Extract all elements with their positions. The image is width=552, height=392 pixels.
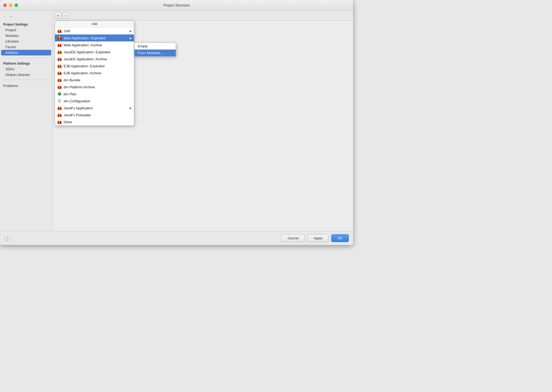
svg-rect-48: [59, 107, 60, 110]
submenu-item-empty[interactable]: Empty: [134, 43, 176, 50]
doc-icon: [57, 99, 62, 103]
window-controls: [3, 4, 18, 7]
titlebar: Project Structure: [0, 0, 353, 11]
project-settings-header: Project Settings: [0, 21, 52, 27]
nav-forward-button[interactable]: →: [9, 14, 13, 19]
svg-rect-34: [59, 86, 60, 89]
menu-item-ejb-exploded-label: EJB Application: Exploded: [64, 64, 105, 68]
sidebar-item-facets[interactable]: Facets: [0, 44, 52, 50]
svg-rect-56: [59, 121, 60, 124]
globe-icon: [57, 92, 62, 96]
gift-icon: [57, 78, 62, 82]
svg-rect-41: [58, 99, 61, 103]
main-layout: ← → Project Settings Project Modules Lib…: [0, 11, 353, 231]
menu-item-javafx-preloader-label: JavaFx Preloader: [64, 113, 91, 117]
window-title: Project Structure: [164, 3, 190, 7]
add-menu: Add JAR ▶: [55, 20, 134, 126]
menu-item-dm-plan-label: dm Plan: [64, 92, 77, 96]
menu-item-dm-platform-label: dm Platform Archive: [64, 85, 95, 89]
menu-item-other-label: Other: [64, 120, 73, 124]
submenu-item-from-modules[interactable]: From Modules...: [134, 50, 176, 56]
sidebar-item-libraries[interactable]: Libraries: [0, 38, 52, 44]
gift-icon: [57, 64, 62, 68]
arrow-icon: ▶: [130, 37, 132, 40]
sidebar-item-problems[interactable]: Problems: [0, 82, 52, 89]
menu-item-dm-configuration[interactable]: dm Configuration: [55, 97, 134, 104]
sidebar-divider: [3, 58, 50, 58]
menu-item-ejb-archive-label: EJB Application: Archive: [64, 71, 101, 75]
add-artifact-button[interactable]: +: [55, 12, 61, 19]
sidebar-item-sdks[interactable]: SDKs: [0, 66, 52, 72]
sidebar-item-global-libraries[interactable]: Global Libraries: [0, 72, 52, 78]
sidebar-item-artifacts[interactable]: Artifacts: [1, 50, 51, 55]
arrow-icon: ▶: [130, 30, 132, 33]
sidebar: ← → Project Settings Project Modules Lib…: [0, 11, 53, 231]
maximize-button[interactable]: [15, 4, 18, 7]
sidebar-item-modules[interactable]: Modules: [0, 33, 52, 38]
menu-item-javaee-exploded-label: JavaEE Application: Exploded: [64, 50, 110, 54]
svg-rect-22: [59, 65, 60, 68]
menu-item-dm-bundle-label: dm Bundle: [64, 78, 80, 82]
content-area: + − Add JAR ▶: [53, 11, 353, 231]
svg-rect-18: [59, 58, 60, 61]
menu-item-ejb-exploded[interactable]: EJB Application: Exploded: [55, 62, 134, 69]
close-button[interactable]: [3, 4, 7, 7]
gift-icon: [57, 29, 62, 33]
menu-item-web-app-archive[interactable]: Web Application: Archive: [55, 41, 134, 48]
remove-artifact-button[interactable]: −: [62, 12, 69, 19]
svg-rect-10: [59, 44, 60, 47]
svg-rect-2: [59, 30, 60, 33]
gift-icon: [57, 50, 62, 54]
sidebar-item-project[interactable]: Project: [0, 27, 52, 33]
svg-rect-30: [59, 79, 60, 82]
gift-icon: [57, 85, 62, 89]
svg-rect-52: [59, 114, 60, 117]
gift-icon: [57, 71, 62, 75]
svg-rect-6: [59, 37, 60, 40]
menu-item-web-archive-label: Web Application: Archive: [64, 43, 102, 47]
menu-item-dm-config-label: dm Configuration: [64, 99, 90, 103]
menu-item-javaee-archive[interactable]: JavaEE Application: Archive: [55, 55, 134, 62]
apply-button[interactable]: Apply: [308, 234, 329, 242]
svg-rect-14: [59, 51, 60, 54]
gift-icon: [57, 113, 62, 117]
gift-icon: [57, 106, 62, 110]
help-button[interactable]: ?: [4, 235, 10, 241]
cancel-button[interactable]: Cancel: [281, 234, 305, 242]
menu-item-other[interactable]: Other: [55, 118, 134, 125]
menu-item-web-app-exploded[interactable]: Web Application: Exploded ▶: [55, 34, 134, 41]
menu-item-javaee-archive-label: JavaEE Application: Archive: [64, 57, 107, 61]
arrow-icon: ▶: [130, 107, 132, 110]
nav-back-button[interactable]: ←: [3, 14, 7, 19]
minimize-button[interactable]: [9, 4, 12, 7]
menu-item-javafx-app-label: JavaFx Application: [64, 106, 93, 110]
add-menu-header: Add: [55, 21, 134, 27]
toolbar: + −: [53, 11, 353, 20]
sidebar-divider-2: [3, 80, 50, 80]
gift-icon: [57, 36, 62, 40]
gift-icon: [57, 57, 62, 61]
menu-item-dm-plan[interactable]: dm Plan: [55, 90, 134, 97]
nav-back-forward: ← →: [0, 13, 52, 21]
svg-rect-26: [59, 72, 60, 75]
menu-item-javafx-app[interactable]: JavaFx Application ▶: [55, 104, 134, 111]
menu-item-jar-label: JAR: [64, 29, 70, 33]
platform-settings-header: Platform Settings: [0, 60, 52, 66]
gift-icon: [57, 43, 62, 47]
menu-item-jar[interactable]: JAR ▶: [55, 27, 134, 34]
menu-item-javaee-exploded[interactable]: JavaEE Application: Exploded: [55, 48, 134, 55]
menu-item-web-exploded-label: Web Application: Exploded: [64, 36, 105, 40]
gift-icon: [57, 120, 62, 124]
menu-item-javafx-preloader[interactable]: JavaFx Preloader: [55, 111, 134, 118]
ok-button[interactable]: OK: [331, 234, 349, 242]
add-menu-container: Add JAR ▶: [55, 20, 134, 126]
menu-item-dm-platform-archive[interactable]: dm Platform Archive: [55, 83, 134, 90]
bottom-bar: ? Cancel Apply OK: [0, 231, 353, 245]
menu-item-ejb-archive[interactable]: EJB Application: Archive: [55, 69, 134, 76]
menu-item-dm-bundle[interactable]: dm Bundle: [55, 76, 134, 83]
submenu: Empty From Modules...: [134, 43, 176, 57]
